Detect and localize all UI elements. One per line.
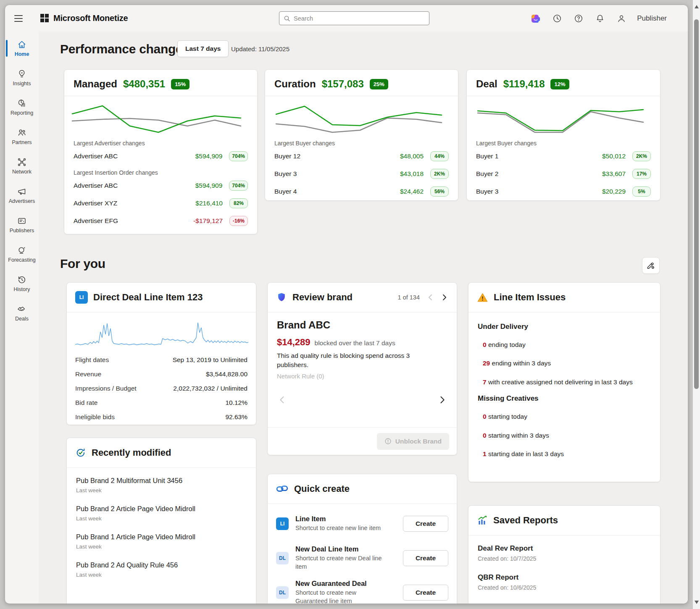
- edit-gear-icon: [646, 261, 655, 270]
- search-input[interactable]: [294, 15, 425, 22]
- managed-trend-chart: [64, 100, 248, 136]
- deal-line-badge: DL: [276, 552, 289, 564]
- issue-text: starting date in last 3 days: [487, 450, 564, 457]
- change-row[interactable]: Buyer 3 $20,229 5%: [476, 183, 651, 200]
- account-button[interactable]: [616, 13, 627, 24]
- history-clock-icon: [17, 275, 27, 285]
- green-series: [276, 106, 442, 126]
- customize-widgets-button[interactable]: [642, 257, 660, 274]
- create-guaranteed-deal-button[interactable]: Create: [403, 585, 448, 601]
- copilot-button[interactable]: [530, 13, 542, 24]
- change-row[interactable]: Advertiser EFG -$179,127 -16%: [74, 212, 248, 230]
- handshake-icon: [17, 304, 27, 314]
- report-item[interactable]: Deal Rev Report Created on: 10/7/2025: [478, 539, 651, 568]
- row-value: $20,229: [602, 188, 626, 195]
- quick-create-card: Quick create LI Line Item Shortcut to cr…: [267, 474, 457, 604]
- sidebar-item-home[interactable]: Home: [5, 35, 39, 62]
- issue-count: 7: [483, 378, 487, 386]
- report-item[interactable]: QBR Report Created on: 10/6/2025: [478, 568, 651, 597]
- curation-card: Curation $157,083 25% Largest Buyer chan…: [265, 69, 458, 201]
- report-name: Deal Rev Report: [478, 544, 651, 553]
- pager-next-button[interactable]: [441, 292, 448, 302]
- quick-create-row: LI Line Item Shortcut to create new line…: [276, 507, 448, 541]
- notifications-button[interactable]: [594, 13, 606, 24]
- change-row[interactable]: Advertiser XYZ $216,410 82%: [74, 194, 248, 212]
- change-row[interactable]: Buyer 3 $43,018 2K%: [274, 165, 449, 183]
- person-icon: [616, 13, 626, 24]
- change-row[interactable]: Advertiser ABC $594,909 704%: [74, 177, 248, 194]
- item-name: Pub Brand 2 Article Page Video Midroll: [76, 505, 247, 513]
- modified-item[interactable]: Pub Brand 2 Article Page Video Midroll L…: [76, 499, 247, 528]
- issues-section-heading: Under Delivery: [478, 323, 651, 331]
- row-name: Advertiser ABC: [74, 182, 195, 189]
- change-row[interactable]: Buyer 4 $24,462 56%: [274, 183, 449, 200]
- row-name: Advertiser ABC: [74, 152, 195, 160]
- issue-item[interactable]: 1 starting date in last 3 days: [483, 449, 647, 459]
- item-name: Pub Brand 2 Ad Quality Rule 456: [76, 561, 247, 569]
- scroll-thumb[interactable]: [694, 19, 699, 389]
- hamburger-button[interactable]: [14, 11, 29, 26]
- sidebar-item-insights[interactable]: Insights: [5, 64, 39, 91]
- issue-item[interactable]: 29 ending within 3 days: [483, 359, 647, 368]
- copilot-icon: [531, 13, 541, 24]
- issue-text: ending within 3 days: [490, 360, 551, 367]
- green-series: [478, 110, 643, 131]
- sidebar-item-publishers[interactable]: Publishers: [5, 211, 39, 238]
- change-row[interactable]: Buyer 1 $50,012 2K%: [476, 147, 651, 165]
- microsoft-logo-icon: [40, 14, 49, 23]
- sparkline-series: [75, 323, 248, 345]
- user-role-label: Publisher: [637, 14, 667, 23]
- issue-item[interactable]: 0 starting within 3 days: [483, 431, 647, 440]
- row-name: Advertiser XYZ: [74, 200, 195, 207]
- modified-item[interactable]: Pub Brand 1 Article Page Video Midroll L…: [76, 528, 247, 556]
- brand-description: This ad quality rule is blocking spend a…: [277, 351, 424, 370]
- scroll-up-arrow[interactable]: [695, 5, 699, 8]
- menu-icon: [14, 15, 23, 16]
- issue-item[interactable]: 0 ending today: [483, 340, 647, 349]
- sidebar-item-deals[interactable]: Deals: [5, 299, 39, 326]
- modified-item[interactable]: Pub Brand 2 Ad Quality Rule 456 Last wee…: [76, 556, 247, 584]
- carousel-prev-button[interactable]: [278, 394, 286, 406]
- create-line-item-button[interactable]: Create: [403, 516, 448, 532]
- search-box[interactable]: [279, 11, 429, 25]
- chevron-right-icon: [440, 396, 445, 404]
- row-desc: Shortcut to create new Guaranteed line i…: [295, 589, 386, 604]
- row-value: $50,012: [602, 152, 626, 160]
- row-name: Buyer 4: [274, 188, 400, 195]
- sidebar-item-network[interactable]: Network: [5, 152, 39, 179]
- issue-item[interactable]: 7 with creative assigned not delivering …: [483, 378, 647, 387]
- sidebar-item-reporting[interactable]: Reporting: [5, 94, 39, 121]
- metric-label: Ineligible bids: [75, 413, 115, 421]
- carousel-next-button[interactable]: [438, 394, 447, 406]
- metric-label: Flight dates: [75, 356, 109, 364]
- scroll-down-arrow[interactable]: [695, 601, 699, 604]
- quick-create-row: DL New Deal Line Item Shortcut to create…: [276, 541, 448, 575]
- updated-label: Updated: 11/05/2025: [231, 45, 289, 52]
- pager-prev-button[interactable]: [426, 292, 434, 302]
- create-deal-line-item-button[interactable]: Create: [403, 550, 448, 566]
- crystal-ball-icon: [17, 245, 27, 255]
- sidebar-item-advertisers[interactable]: Advertisers: [5, 182, 39, 209]
- card-title: Managed: [74, 78, 117, 90]
- row-title: New Guaranteed Deal: [295, 580, 396, 588]
- issue-item[interactable]: 0 starting today: [483, 412, 647, 421]
- sidebar-item-forecasting[interactable]: Forecasting: [5, 241, 39, 268]
- recent-activity-button[interactable]: [551, 13, 563, 24]
- change-row[interactable]: Buyer 2 $33,607 17%: [476, 165, 651, 183]
- sidebar-item-history[interactable]: History: [5, 270, 39, 297]
- unblock-brand-button[interactable]: Unblock Brand: [377, 433, 449, 450]
- recently-modified-title: Recently modified: [92, 447, 171, 458]
- row-value: $43,018: [400, 170, 424, 178]
- date-range-button[interactable]: Last 7 days: [177, 40, 229, 57]
- scrollbar[interactable]: [693, 0, 700, 609]
- deal-trend-chart: [467, 100, 650, 136]
- row-badge: 17%: [632, 169, 651, 179]
- modified-item[interactable]: Pub Brand 2 Multiformat Unit 3456 Last w…: [76, 471, 247, 499]
- change-row[interactable]: Advertiser ABC $594,909 704%: [74, 147, 248, 165]
- help-button[interactable]: [573, 13, 584, 24]
- metric-value: 92.63%: [225, 413, 247, 421]
- change-row[interactable]: Buyer 12 $48,005 44%: [274, 147, 449, 165]
- row-badge: 2K%: [632, 151, 651, 161]
- sidebar-item-partners[interactable]: Partners: [5, 123, 39, 150]
- line-item-badge: LI: [75, 291, 88, 304]
